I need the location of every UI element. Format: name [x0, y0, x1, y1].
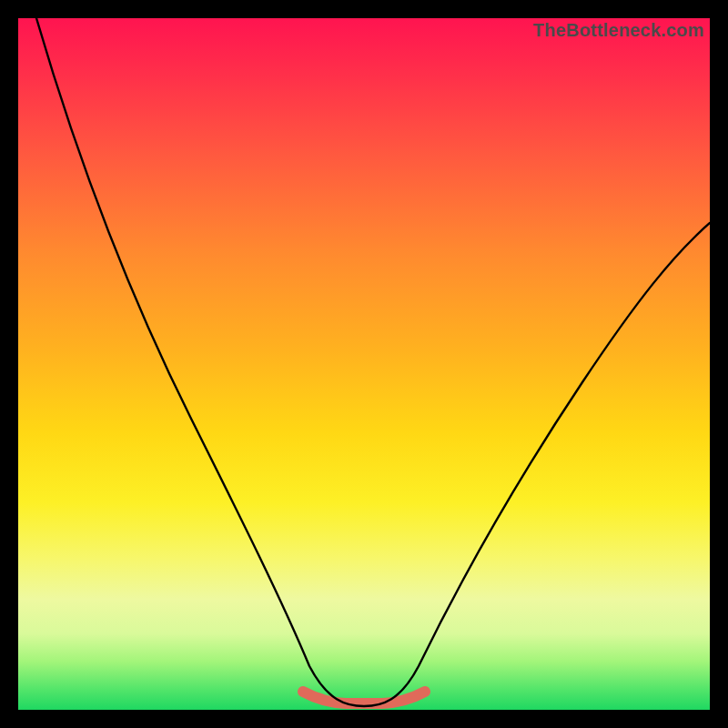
bottleneck-curve	[18, 18, 710, 710]
curve-path	[36, 18, 710, 706]
optimal-band-segment	[303, 692, 425, 703]
chart-frame: TheBottleneck.com	[0, 0, 728, 728]
gradient-plot-area: TheBottleneck.com	[18, 18, 710, 710]
